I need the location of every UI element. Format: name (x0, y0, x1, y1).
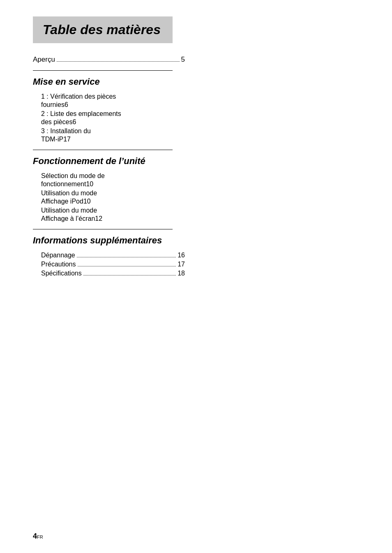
toc-item-line-2-1a: Sélection du mode de (33, 172, 185, 180)
divider-3 (33, 229, 173, 229)
toc-page-apercu: 5 (181, 56, 185, 64)
page-title-box: Table des matières (33, 16, 173, 43)
toc-item-1-1: 1 : Vérification des pièces fournies 6 (33, 93, 185, 109)
toc-item-2-2: Utilisation du mode Affichage iPod 10 (33, 190, 185, 205)
toc-item-line-3-3: Spécifications 18 (33, 270, 185, 277)
section-heading-mise-en-service: Mise en service (33, 76, 185, 87)
page-footer: 4FR (33, 532, 43, 541)
toc-entry-apercu: Aperçu 5 (33, 56, 185, 64)
section-heading-informations: Informations supplémentaires (33, 235, 185, 246)
toc-item-line-2-3a: Utilisation du mode (33, 207, 185, 214)
toc-item-2-1: Sélection du mode de fonctionnement 10 (33, 172, 185, 188)
toc-item-3-1: Dépannage 16 (33, 252, 185, 259)
toc-dots-apercu (57, 61, 180, 62)
toc-item-line-1-1a: 1 : Vérification des pièces (33, 93, 185, 100)
toc-item-3-2: Précautions 17 (33, 261, 185, 268)
toc-item-1-3: 3 : Installation du TDM-iP1 7 (33, 127, 185, 143)
toc-label-apercu: Aperçu (33, 56, 55, 64)
toc-item-line-3-2: Précautions 17 (33, 261, 185, 268)
toc-item-line-2-3b: Affichage à l’écran 12 (33, 215, 185, 222)
toc-item-line-3-1: Dépannage 16 (33, 252, 185, 259)
toc-item-1-2: 2 : Liste des emplacements des pièces 6 (33, 110, 185, 126)
page-title: Table des matières (43, 22, 163, 37)
toc-item-line-2-1b: fonctionnement 10 (33, 180, 185, 188)
toc-item-line-2-2a: Utilisation du mode (33, 190, 185, 197)
toc-item-line-1-3b: TDM-iP1 7 (33, 136, 185, 143)
toc-item-line-1-2a: 2 : Liste des emplacements (33, 110, 185, 118)
toc-item-line-1-3a: 3 : Installation du (33, 127, 185, 135)
divider-2 (33, 150, 173, 150)
section-heading-fonctionnement: Fonctionnement de l’unité (33, 156, 185, 167)
toc-item-line-1-2b: des pièces 6 (33, 118, 185, 126)
main-content: Table des matières Aperçu 5 Mise en serv… (33, 16, 185, 277)
toc-item-line-2-2b: Affichage iPod 10 (33, 198, 185, 205)
toc-item-2-3: Utilisation du mode Affichage à l’écran … (33, 207, 185, 222)
divider-1 (33, 70, 173, 71)
toc-item-3-3: Spécifications 18 (33, 270, 185, 277)
page: Table des matières Aperçu 5 Mise en serv… (0, 0, 392, 553)
footer-page-number: 4 (33, 532, 37, 541)
footer-lang: FR (37, 534, 43, 539)
toc-item-line-1-1b: fournies 6 (33, 101, 185, 109)
